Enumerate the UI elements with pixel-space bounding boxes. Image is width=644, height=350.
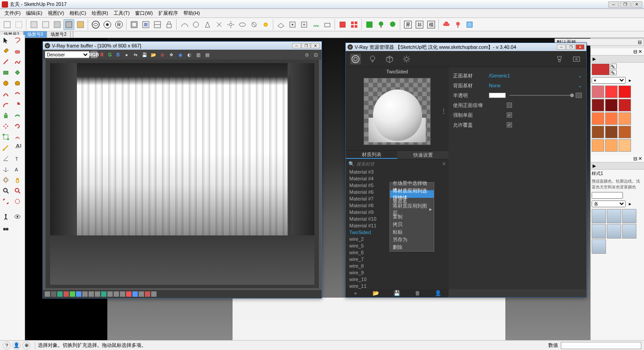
dimension-icon[interactable]: A1	[12, 142, 23, 153]
vfb-compare-icon[interactable]: ▥	[194, 51, 202, 59]
tab-material-list[interactable]: 材质列表	[346, 151, 397, 159]
tape-icon[interactable]	[0, 142, 12, 153]
tool-backedges-icon[interactable]	[75, 19, 86, 30]
vfb-save-icon[interactable]: 💾	[140, 51, 148, 59]
color-swatch[interactable]	[605, 85, 618, 98]
close-button[interactable]: ✕	[631, 1, 642, 8]
vray-render-icon[interactable]	[102, 19, 113, 30]
vmm-titlebar[interactable]: V V-Ray 资源管理器 【SketchUp吧 汉化 www.sketchup…	[346, 43, 586, 51]
color-swatch[interactable]	[605, 126, 618, 138]
plugin-cn-1[interactable]: 界	[402, 19, 413, 30]
text-tool-icon[interactable]: T	[12, 153, 23, 164]
vmm-lights-tab-icon[interactable]	[367, 54, 378, 64]
rectangle-tool-icon[interactable]	[0, 67, 12, 78]
vray-sphere-light-icon[interactable]	[191, 19, 201, 30]
plugin-tree2-icon[interactable]	[376, 19, 386, 30]
preview-options-icon[interactable]: ⋮	[441, 107, 447, 115]
rotated-rect-icon[interactable]	[12, 67, 23, 78]
plugin-settings-icon[interactable]	[464, 19, 475, 30]
prop-front-mult-checkbox[interactable]	[507, 102, 512, 108]
tab-quick-settings[interactable]: 快速设置	[397, 151, 449, 159]
vfb-titlebar[interactable]: V V-Ray frame buffer - [100% of 800 x 66…	[43, 42, 322, 50]
section-icon[interactable]	[0, 222, 12, 233]
style-thumb[interactable]	[607, 224, 621, 239]
style-search[interactable]	[592, 192, 623, 199]
plugin-cn-3[interactable]: 模	[426, 19, 436, 30]
protractor-icon[interactable]	[0, 153, 12, 164]
menu-help[interactable]: 帮助(H)	[181, 9, 203, 17]
prop-translucency-map[interactable]	[576, 93, 582, 98]
material-item[interactable]: wire_10	[346, 276, 449, 282]
pie-icon[interactable]	[12, 99, 23, 110]
vmm-close-button[interactable]: ✕	[576, 44, 585, 50]
color-swatch[interactable]	[619, 85, 631, 98]
color-swatch[interactable]	[592, 126, 604, 138]
vfb-b-channel[interactable]: B	[114, 51, 122, 58]
styles-panel-header[interactable]: ▶	[591, 162, 644, 170]
materials-panel-header[interactable]: ▶	[591, 55, 644, 63]
status-help-icon[interactable]: ?	[3, 341, 11, 350]
pushpull-icon[interactable]	[0, 110, 12, 121]
arc3-icon[interactable]	[0, 99, 12, 110]
prop-translucency-color[interactable]	[489, 93, 506, 98]
search-input[interactable]	[356, 162, 440, 166]
vray-sun-icon[interactable]	[260, 19, 271, 30]
vfb-rgb-channel[interactable]: RGB	[90, 51, 97, 58]
vmm-add-icon[interactable]: ＋	[353, 290, 358, 297]
material-item[interactable]: wire_11	[346, 282, 449, 289]
vmm-user-icon[interactable]: 👤	[435, 290, 441, 296]
vray-fur-icon[interactable]	[310, 19, 321, 30]
panel-close-icon[interactable]: ✕	[638, 49, 642, 55]
prop-override-checkbox[interactable]: ✓	[507, 122, 512, 128]
vfb-stop-icon[interactable]: ⊙	[303, 51, 311, 59]
tool-shaded-textures-icon[interactable]	[40, 19, 51, 30]
ctx-duplicate[interactable]: 复制	[390, 213, 434, 221]
vmm-minimize-button[interactable]: ─	[557, 44, 566, 50]
vmm-materials-tab-icon[interactable]	[350, 54, 361, 64]
style-thumb[interactable]	[592, 239, 606, 254]
vray-mesh-light-icon[interactable]	[249, 19, 259, 30]
material-preview[interactable]	[364, 78, 431, 145]
panel-pin-icon[interactable]: ⊟	[633, 49, 637, 55]
ctx-apply-to-selection[interactable]: 将材质应用到选择物体	[390, 190, 434, 198]
color-swatch[interactable]	[592, 139, 604, 152]
minimize-button[interactable]: ─	[608, 1, 619, 8]
style-thumb[interactable]	[607, 209, 621, 223]
material-item[interactable]: Material #3	[346, 168, 449, 175]
vray-lock-icon[interactable]	[164, 19, 174, 30]
plugin-cn-2[interactable]: 坏	[414, 19, 425, 30]
vfb-bb-icon[interactable]	[82, 291, 88, 297]
vfb-r-channel[interactable]: R	[98, 51, 106, 58]
color-nav-icon[interactable]: ▸	[629, 77, 631, 83]
polygon-icon[interactable]	[12, 78, 23, 89]
ctx-save-as[interactable]: 另存为	[390, 236, 434, 243]
style-thumb[interactable]	[622, 209, 636, 223]
eyedropper-icon[interactable]: ✎	[610, 64, 617, 69]
menu-file[interactable]: 文件(F)	[2, 9, 23, 17]
style-nav-icon[interactable]: ▸	[629, 201, 631, 206]
ctx-paste[interactable]: 粘贴	[390, 228, 434, 236]
menu-tools[interactable]: 工具(T)	[111, 9, 132, 17]
styles-close-icon[interactable]: ✕	[638, 156, 642, 162]
menu-view[interactable]: 视图(V)	[45, 9, 67, 17]
scene-tab-3[interactable]: 场景号3	[24, 31, 47, 38]
vray-proxy-export-icon[interactable]	[299, 19, 309, 30]
vmm-delete-icon[interactable]: 🗑	[415, 290, 420, 296]
vfb-bb-icon[interactable]	[139, 291, 144, 297]
freehand-icon[interactable]	[12, 56, 23, 67]
ctx-apply-to-layer[interactable]: 将材质应用到图层	[390, 205, 434, 213]
plugin-icon-2[interactable]	[349, 19, 360, 30]
line-tool-icon[interactable]	[0, 56, 12, 67]
vmm-settings-tab-icon[interactable]	[401, 54, 412, 64]
vfb-close-button[interactable]: ✕	[311, 43, 320, 48]
vray-dome-icon[interactable]	[179, 19, 190, 30]
material-item[interactable]: wire_8	[346, 262, 449, 269]
vmm-geometry-tab-icon[interactable]	[384, 54, 395, 64]
style-set-select[interactable]: 各	[592, 201, 626, 207]
select-tool-icon[interactable]	[0, 35, 12, 46]
vray-omni-light-icon[interactable]	[225, 19, 236, 30]
rotate-tool-icon[interactable]	[12, 121, 23, 132]
vray-plane-icon[interactable]	[275, 19, 286, 30]
vfb-bb-icon[interactable]	[126, 291, 131, 297]
vray-rt-icon[interactable]: R	[114, 19, 124, 30]
